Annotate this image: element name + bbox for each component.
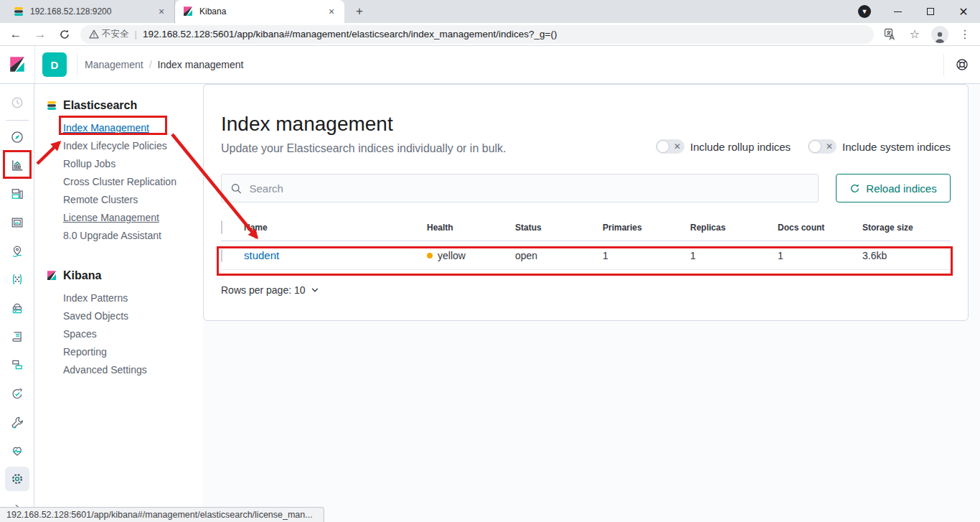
index-link-student[interactable]: student — [244, 249, 279, 261]
apm-icon[interactable] — [0, 351, 34, 380]
kibana-header: D Management / Index management — [0, 46, 980, 84]
nav-item-saved-objects[interactable]: Saved Objects — [63, 307, 192, 325]
page-title: Index management — [221, 112, 507, 136]
help-icon — [956, 58, 969, 71]
translate-icon[interactable] — [882, 27, 898, 42]
nav-item-rollup-jobs[interactable]: Rollup Jobs — [63, 154, 192, 172]
uptime-icon[interactable] — [0, 379, 34, 408]
reload-indices-button[interactable]: Reload indices — [836, 174, 951, 202]
select-all-checkbox[interactable] — [221, 220, 222, 234]
col-docs-count[interactable]: Docs count — [778, 223, 862, 233]
nav-item-license-management[interactable]: License Management — [63, 208, 192, 226]
row-checkbox[interactable] — [221, 249, 222, 262]
nav-item-index-patterns[interactable]: Index Patterns — [63, 289, 192, 307]
stack-monitoring-icon[interactable] — [0, 437, 34, 465]
canvas-icon[interactable] — [0, 208, 34, 237]
back-button[interactable]: ← — [7, 26, 24, 43]
restore-button[interactable] — [914, 0, 947, 23]
col-replicas[interactable]: Replicas — [690, 223, 778, 233]
chevron-down-icon — [310, 285, 320, 295]
table-row-student: student yellow open 1 1 1 3.6kb — [221, 241, 951, 270]
nav-item-cross-cluster-replication[interactable]: Cross Cluster Replication — [63, 172, 192, 190]
status-bar-url: 192.168.52.128:5601/app/kibana#/manageme… — [6, 510, 313, 520]
tab-elasticsearch[interactable]: 192.168.52.128:9200 × — [6, 0, 175, 23]
address-bar[interactable]: 不安全 | 192.168.52.128:5601/app/kibana#/ma… — [80, 25, 874, 44]
rollup-toggle-wrap: ✕ Include rollup indices — [656, 139, 791, 154]
index-management-panel: Index management Update your Elasticsear… — [203, 84, 969, 321]
include-rollup-toggle[interactable]: ✕ — [656, 139, 684, 154]
kibana-logo[interactable] — [0, 46, 35, 83]
machine-learning-icon[interactable] — [0, 265, 34, 294]
management-icon[interactable] — [0, 465, 34, 494]
metrics-icon[interactable] — [0, 294, 34, 322]
status-value: open — [515, 250, 603, 261]
url-text[interactable]: 192.168.52.128:5601/app/kibana#/manageme… — [143, 29, 557, 39]
app-icon-rail — [0, 84, 34, 522]
discover-icon[interactable] — [0, 123, 34, 152]
kibana-section-title: Kibana — [46, 269, 192, 283]
nav-item-advanced-settings[interactable]: Advanced Settings — [63, 360, 192, 378]
elasticsearch-favicon — [13, 6, 24, 17]
management-sidenav: Elasticsearch Index Management Index Lif… — [34, 84, 203, 522]
minimize-button[interactable] — [881, 0, 914, 23]
browser-toolbar: ← → 不安全 | 192.168.52.128:5601/app/kibana… — [0, 23, 980, 46]
space-badge[interactable]: D — [42, 52, 67, 77]
nav-item-reporting[interactable]: Reporting — [63, 342, 192, 360]
col-health[interactable]: Health — [427, 223, 515, 233]
col-storage-size[interactable]: Storage size — [862, 223, 951, 233]
tab-close-icon[interactable]: × — [156, 6, 167, 17]
tab-kibana[interactable]: Kibana × — [175, 0, 344, 23]
maps-icon[interactable] — [0, 237, 34, 266]
rail-divider — [6, 120, 29, 121]
kibana-nav-items: Index Patterns Saved Objects Spaces Repo… — [63, 289, 192, 378]
help-menu[interactable] — [943, 53, 980, 75]
system-toggle-wrap: ✕ Include system indices — [808, 139, 951, 154]
warning-icon — [89, 29, 99, 39]
elasticsearch-nav-items: Index Management Index Lifecycle Policie… — [63, 118, 192, 244]
nav-item-spaces[interactable]: Spaces — [63, 325, 192, 342]
forward-button[interactable]: → — [32, 26, 49, 43]
tab-title: 192.168.52.128:9200 — [30, 6, 150, 17]
logs-icon[interactable] — [0, 322, 34, 351]
nav-item-index-management[interactable]: Index Management — [63, 118, 192, 136]
nav-item-remote-clusters[interactable]: Remote Clusters — [63, 190, 192, 208]
nav-item-upgrade-assistant[interactable]: 8.0 Upgrade Assistant — [63, 226, 192, 244]
rows-per-page[interactable]: Rows per page: 10 — [221, 284, 951, 296]
col-status[interactable]: Status — [515, 223, 603, 233]
dev-tools-icon[interactable] — [0, 408, 34, 437]
page-subtitle: Update your Elasticsearch indices indivi… — [221, 142, 507, 155]
visualize-icon[interactable] — [0, 151, 34, 180]
col-primaries[interactable]: Primaries — [603, 223, 690, 233]
recently-viewed-icon[interactable] — [0, 88, 34, 117]
chrome-menu-icon[interactable]: ⋮ — [957, 27, 973, 42]
close-button[interactable]: ✕ — [947, 0, 980, 23]
new-tab-button[interactable]: + — [350, 2, 369, 21]
section-title-label: Kibana — [63, 269, 101, 282]
nav-item-index-lifecycle-policies[interactable]: Index Lifecycle Policies — [63, 136, 192, 154]
security-warning[interactable]: 不安全 — [89, 28, 129, 40]
health-dot-yellow — [427, 253, 433, 258]
docs-count-value: 1 — [778, 250, 862, 261]
reload-indices-label: Reload indices — [866, 182, 936, 195]
include-system-toggle[interactable]: ✕ — [808, 139, 837, 154]
application-window: 192.168.52.128:9200 × Kibana × + ▼ ✕ ← →… — [0, 0, 980, 522]
breadcrumb-current: Index management — [158, 59, 244, 70]
refresh-icon — [849, 183, 860, 194]
rows-per-page-label: Rows per page: 10 — [221, 284, 306, 296]
elasticsearch-section-title: Elasticsearch — [46, 98, 192, 113]
search-input[interactable] — [249, 182, 809, 195]
reload-button[interactable] — [56, 26, 73, 43]
index-search-box[interactable] — [221, 174, 819, 202]
reload-icon — [59, 29, 70, 40]
tab-close-icon[interactable]: × — [326, 6, 337, 17]
breadcrumb-management[interactable]: Management — [85, 59, 143, 70]
bookmark-star-icon[interactable]: ☆ — [907, 27, 923, 42]
indices-table: Name Health Status Primaries Replicas Do… — [221, 214, 951, 296]
col-name[interactable]: Name — [244, 223, 427, 233]
profile-avatar[interactable] — [931, 26, 948, 43]
browser-update-icon[interactable]: ▼ — [848, 0, 881, 23]
kibana-favicon — [182, 6, 194, 17]
dashboard-icon[interactable] — [0, 180, 34, 208]
search-icon — [230, 182, 242, 195]
elasticsearch-logo — [46, 100, 57, 111]
